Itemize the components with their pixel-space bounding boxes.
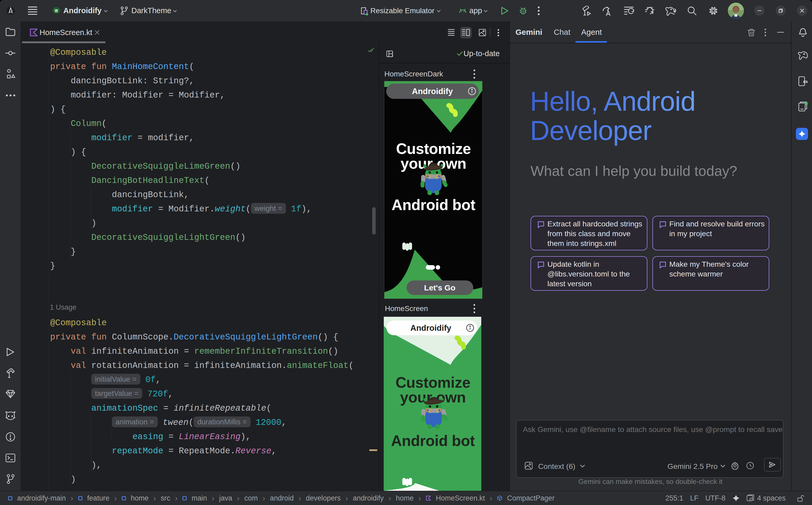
svg-text:Androidify: Androidify [412, 87, 453, 96]
svg-text:Android bot: Android bot [391, 196, 475, 213]
svg-text:Customize: Customize [395, 374, 470, 391]
svg-text:Android bot: Android bot [391, 432, 475, 449]
svg-text:Let's Go: Let's Go [424, 283, 456, 292]
svg-text:Customize: Customize [396, 140, 471, 157]
svg-text:Androidify: Androidify [411, 323, 452, 333]
